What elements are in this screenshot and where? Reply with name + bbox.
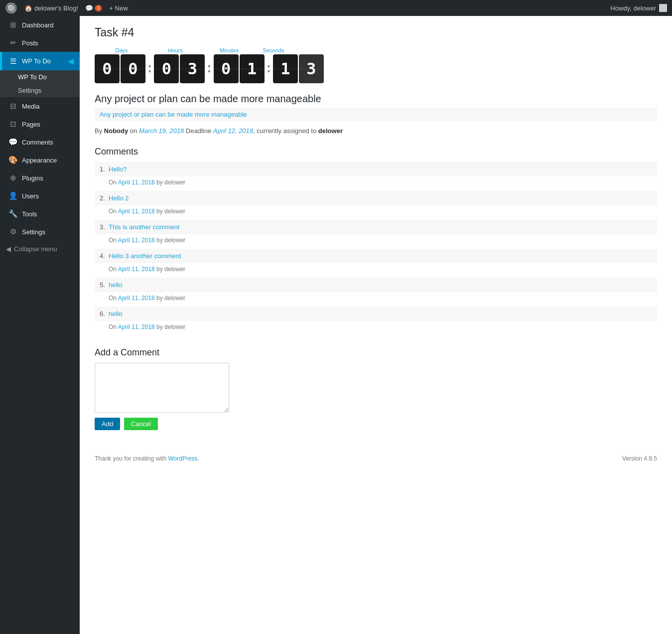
comment-date-link[interactable]: April 11, 2018 [118, 266, 155, 273]
sidebar-label-users: Users [22, 192, 39, 200]
collapse-menu-button[interactable]: ◀ Collapse menu [0, 241, 80, 257]
comment-number: 2. [100, 194, 105, 202]
sidebar-item-posts[interactable]: ✏ Posts [0, 34, 80, 52]
new-label: + New [109, 4, 128, 12]
comment-meta: On April 11, 2018 by delower [95, 205, 657, 220]
comment-author: delower [164, 266, 185, 273]
sep-3: : [265, 60, 273, 76]
comment-form-buttons: Add Cancel [95, 418, 657, 430]
avatar [659, 4, 667, 12]
howdy-text: Howdy, delower [610, 4, 656, 12]
sidebar-item-wp-to-do[interactable]: ☰ WP To Do ◀ [0, 52, 80, 70]
sidebar-label-posts: Posts [22, 39, 38, 47]
comment-item: 4. Hello 3 another comment On April 11, … [95, 249, 657, 278]
countdown-display: 0 0 : 0 3 : 0 1 : 1 [95, 54, 657, 83]
comments-heading: Comments [95, 147, 657, 157]
sidebar-label-dashboard: Dashboard [22, 21, 54, 29]
comments-link[interactable]: 💬 0 [85, 4, 103, 12]
sidebar: ⊞ Dashboard ✏ Posts ☰ WP To Do ◀ WP To D… [0, 16, 80, 634]
days-group: 0 0 [95, 54, 145, 83]
pages-icon: ⊡ [8, 120, 18, 129]
admin-bar: 🔘 🏠 delower's Blog! 💬 0 + New Howdy, del… [0, 0, 672, 16]
task-author: Nobody [104, 127, 128, 135]
sidebar-item-tools[interactable]: 🔧 Tools [0, 205, 80, 223]
footer: Thank you for creating with WordPress. V… [95, 450, 657, 462]
users-icon: 👤 [8, 191, 18, 200]
comment-number: 6. [100, 310, 105, 317]
days-digit-2: 0 [121, 54, 145, 83]
task-meta: By Nobody on March 19, 2018 Deadline Apr… [95, 127, 657, 135]
sidebar-label-comments: Comments [22, 139, 53, 146]
sidebar-label-wp-to-do: WP To Do [22, 57, 51, 65]
sidebar-item-pages[interactable]: ⊡ Pages [0, 115, 80, 133]
seconds-digit-2: 3 [299, 54, 324, 83]
comment-list: 1. Hello? On April 11, 2018 by delower 2… [95, 162, 657, 335]
wp-logo-icon[interactable]: 🔘 [5, 2, 17, 14]
seconds-digit-1: 1 [273, 54, 298, 83]
sidebar-label-pages: Pages [22, 121, 40, 128]
countdown-section: Days Hours Minutes Seconds 0 0 : 0 3 : [95, 47, 657, 83]
add-comment-button[interactable]: Add [95, 418, 120, 430]
comments-count: 0 [95, 5, 103, 11]
tools-icon: 🔧 [8, 209, 18, 218]
comment-text: 4. Hello 3 another comment [95, 249, 657, 263]
deadline-label: Deadline [186, 127, 213, 135]
comment-date-link[interactable]: April 11, 2018 [118, 179, 155, 186]
sidebar-item-comments[interactable]: 💬 Comments [0, 133, 80, 151]
submenu-label-settings: Settings [18, 87, 41, 94]
sidebar-label-tools: Tools [22, 210, 37, 218]
dashboard-icon: ⊞ [8, 20, 18, 29]
comment-date-link[interactable]: April 11, 2018 [118, 295, 155, 302]
assigned-label: currently assigned to [257, 127, 316, 135]
sidebar-item-dashboard[interactable]: ⊞ Dashboard [0, 16, 80, 34]
site-name[interactable]: delower's Blog! [34, 4, 78, 12]
cancel-comment-button[interactable]: Cancel [124, 418, 158, 430]
sidebar-item-appearance[interactable]: 🎨 Appearance [0, 151, 80, 169]
sidebar-label-appearance: Appearance [22, 157, 57, 164]
comment-textarea[interactable] [95, 363, 229, 413]
task-deadline: April 12, 2018 [213, 127, 253, 135]
posts-icon: ✏ [8, 38, 18, 47]
page-title: Task #4 [95, 26, 657, 39]
hours-group: 0 3 [154, 54, 205, 83]
task-date: March 19, 2018 [139, 127, 184, 135]
wp-to-do-submenu: WP To Do Settings [0, 70, 80, 97]
comment-date-link[interactable]: April 11, 2018 [118, 323, 155, 330]
comment-meta: On April 11, 2018 by delower [95, 263, 657, 278]
comment-meta: On April 11, 2018 by delower [95, 321, 657, 335]
sidebar-item-plugins[interactable]: ⊕ Plugins [0, 169, 80, 187]
site-name-link[interactable]: 🏠 delower's Blog! [24, 4, 78, 12]
comment-text: 6. hello [95, 307, 657, 321]
collapse-icon: ◀ [6, 245, 11, 253]
comment-icon: 💬 [85, 4, 93, 12]
hours-digit-1: 0 [154, 54, 179, 83]
minutes-digit-2: 1 [240, 54, 265, 83]
sidebar-label-media: Media [22, 103, 39, 110]
comment-item: 5. hello On April 11, 2018 by delower [95, 278, 657, 307]
wordpress-link[interactable]: WordPress [168, 455, 197, 462]
new-content-link[interactable]: + New [109, 4, 128, 12]
seconds-label: Seconds [256, 47, 291, 53]
comment-date-link[interactable]: April 11, 2018 [118, 237, 155, 244]
comment-number: 1. [100, 165, 105, 173]
minutes-digit-1: 0 [214, 54, 239, 83]
sidebar-item-media[interactable]: ⊟ Media [0, 97, 80, 115]
submenu-item-wp-to-do[interactable]: WP To Do [0, 70, 80, 84]
thank-you: Thank you for creating with [95, 455, 166, 462]
comment-date-link[interactable]: April 11, 2018 [118, 208, 155, 215]
sidebar-label-settings: Settings [22, 228, 45, 236]
comment-number: 4. [100, 252, 105, 260]
sep-2: : [205, 60, 213, 76]
comments-menu-icon: 💬 [8, 138, 18, 147]
sidebar-item-users[interactable]: 👤 Users [0, 187, 80, 205]
main-content: Task #4 Days Hours Minutes Seconds 0 0 : [80, 16, 672, 634]
sidebar-item-settings[interactable]: ⚙ Settings [0, 223, 80, 241]
settings-icon: ⚙ [8, 227, 18, 236]
hours-digit-2: 3 [180, 54, 205, 83]
days-digit-1: 0 [95, 54, 120, 83]
submenu-item-settings[interactable]: Settings [0, 84, 80, 97]
comment-content: Hello? [109, 165, 127, 173]
comment-meta: On April 11, 2018 by delower [95, 176, 657, 191]
comment-content: Hello 2 [109, 194, 129, 202]
countdown-labels: Days Hours Minutes Seconds [95, 47, 657, 53]
